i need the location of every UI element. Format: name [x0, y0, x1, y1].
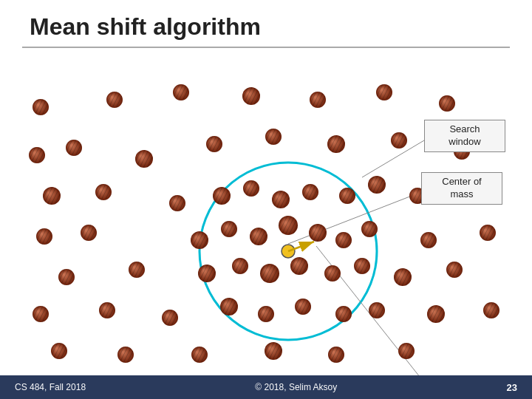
main-canvas	[0, 48, 532, 384]
footer: CS 484, Fall 2018 © 2018, Selim Aksoy 23	[0, 375, 532, 399]
page-title: Mean shift algorithm	[0, 0, 532, 47]
center-of-mass-label: Center of mass	[421, 172, 502, 205]
svg-line-6	[316, 246, 423, 381]
search-window-label: Search window	[424, 120, 505, 152]
content-area: Search window Center of mass Mean Shift …	[0, 48, 532, 388]
svg-line-5	[288, 192, 421, 244]
svg-line-4	[362, 140, 424, 177]
slide: Mean shift algorithm	[0, 0, 532, 399]
footer-page-number: 23	[507, 382, 517, 393]
footer-left: CS 484, Fall 2018	[15, 382, 86, 392]
footer-center: © 2018, Selim Aksoy	[255, 382, 337, 392]
